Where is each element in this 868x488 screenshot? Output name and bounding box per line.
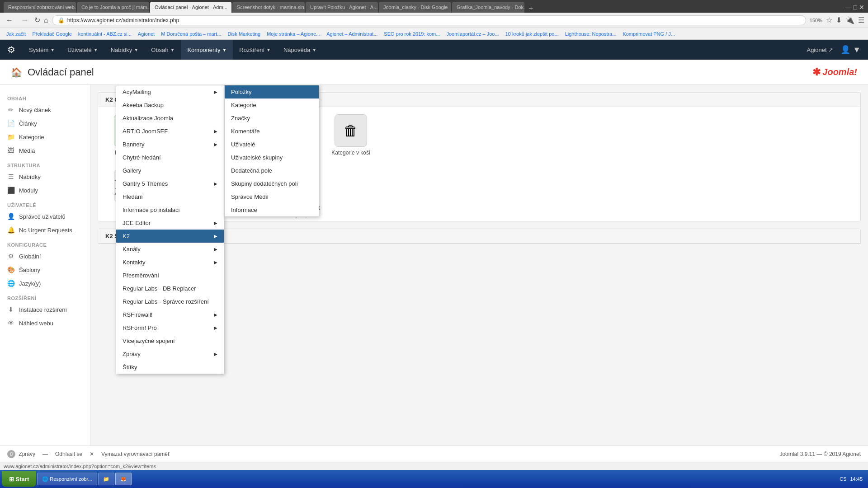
menu-item-akeeba[interactable]: Akeeba Backup <box>116 99 224 112</box>
home-button[interactable]: ⌂ <box>44 16 48 24</box>
sidebar-item-nabidky[interactable]: ☰Nabídky <box>0 170 90 183</box>
bookmark-star[interactable]: ☆ <box>826 16 832 24</box>
k2-submenu-uzivatelske-skupiny[interactable]: Uživatelské skupiny <box>225 151 319 164</box>
tab-1[interactable]: Responzivní zobrazování web... <box>4 2 76 13</box>
sidebar-item-kategorie[interactable]: 📁Kategorie <box>0 130 90 144</box>
menu-item-bannery[interactable]: Bannery ▶ <box>116 138 224 151</box>
menu-item-gallery[interactable]: Gallery <box>116 164 224 177</box>
k2-submenu-kategorie[interactable]: Kategorie <box>225 99 319 112</box>
extensions-button[interactable]: 🔌 <box>845 16 854 24</box>
bookmark-abz[interactable]: kontinuální - ABZ.cz si... <box>75 30 134 38</box>
sidebar: OBSAH ✏Nový článek 📄Články 📁Kategorie 🖼M… <box>0 85 90 446</box>
sidebar-item-moduly[interactable]: ⬛Moduly <box>0 183 90 197</box>
taskbar-explorer[interactable]: 📁 <box>98 473 114 485</box>
nav-rozsireni[interactable]: Rozšíření ▼ <box>233 40 277 60</box>
bookmark-joomla-portal[interactable]: Joomlaportál.cz – Joo... <box>443 30 501 38</box>
sidebar-section-konfigurace-title: KONFIGURACE <box>0 237 90 249</box>
menu-item-jce[interactable]: JCE Editor ▶ <box>116 216 224 230</box>
close-button[interactable]: ✕ <box>859 4 864 11</box>
menu-item-regular-spravce[interactable]: Regular Labs - Správce rozšíření <box>116 295 224 308</box>
browser-tab-bar: Responzivní zobrazování web... Co je to … <box>0 0 868 13</box>
k2-submenu-komentare[interactable]: Komentáře <box>225 125 319 138</box>
menu-item-regular-db[interactable]: Regular Labs - DB Replacer <box>116 282 224 295</box>
bookmark-moje-stranka[interactable]: Moje stránka – Agione... <box>264 30 323 38</box>
nav-uzivatele[interactable]: Uživatelé ▼ <box>61 40 104 60</box>
menu-item-kontakty[interactable]: Kontakty ▶ <box>116 256 224 269</box>
k2-submenu-uzivatele[interactable]: Uživatelé <box>225 138 319 151</box>
menu-item-kanaly[interactable]: Kanály ▶ <box>116 243 224 256</box>
settings-button[interactable]: ☰ <box>858 16 864 24</box>
nav-komponenty[interactable]: Komponenty ▼ <box>181 40 233 60</box>
agionet-link[interactable]: Agionet ↗ <box>807 47 833 53</box>
menu-item-stitky[interactable]: Štítky <box>116 361 224 374</box>
menu-item-rsfirewall[interactable]: RSFirewall! ▶ <box>116 308 224 321</box>
menu-item-presmerovani[interactable]: Přesměrování <box>116 269 224 282</box>
maximize-button[interactable]: □ <box>854 4 857 11</box>
menu-item-vicejazykove[interactable]: Vícejazyčné spojení <box>116 334 224 347</box>
tab-2[interactable]: Co je to Joomla a proč ji mám... <box>77 2 149 13</box>
k2-submenu-polozky[interactable]: Položky <box>225 85 319 99</box>
bookmark-prekladac[interactable]: Překladač Google <box>29 30 74 38</box>
start-button[interactable]: ⊞ Start <box>2 471 36 487</box>
k2-submenu-informace[interactable]: Informace <box>225 203 319 216</box>
taskbar-ie[interactable]: 🌐 Responzivní zobr... <box>37 473 97 485</box>
new-tab-button[interactable]: + <box>525 5 537 13</box>
sidebar-item-spravce-uzivatelu[interactable]: 👤Správce uživatelů <box>0 210 90 223</box>
tab-3-active[interactable]: Ovládací panel - Agionet - Adm... <box>150 2 231 13</box>
bookmark-jak-zacit[interactable]: Jak začít <box>4 30 28 38</box>
sidebar-item-clanky[interactable]: 📄Články <box>0 117 90 130</box>
sidebar-item-no-urgent[interactable]: 🔔No Urgent Requests. <box>0 223 90 237</box>
reload-button[interactable]: ↻ <box>34 16 40 24</box>
bookmark-compress[interactable]: Komprimovat PNG / J... <box>620 30 678 38</box>
taskbar-firefox[interactable]: 🦊 <box>115 473 132 485</box>
k2-submenu-spravce-medii[interactable]: Správce Médií <box>225 190 319 203</box>
back-button[interactable]: ← <box>4 15 15 25</box>
downloads-button[interactable]: ⬇ <box>836 16 842 24</box>
sidebar-item-nahled-webu[interactable]: 👁Náhled webu <box>0 316 90 330</box>
sidebar-item-sablony[interactable]: 🎨Šablony <box>0 263 90 277</box>
messages-badge[interactable]: 0 Zprávy <box>7 450 35 458</box>
joomla-brand: ✱ Joomla! <box>812 66 857 78</box>
tab-5[interactable]: Upravit Položku - Agionet - A... <box>306 2 378 13</box>
menu-item-hledani[interactable]: Hledání <box>116 190 224 203</box>
menu-item-informace[interactable]: Informace po instalaci <box>116 203 224 216</box>
menu-item-zpravy[interactable]: Zprávy ▶ <box>116 347 224 361</box>
menu-item-rsform[interactable]: RSForm! Pro ▶ <box>116 321 224 334</box>
k2-icon-kategorie-kos[interactable]: 🗑 Kategorie v koši <box>326 114 376 162</box>
nav-systeme[interactable]: Systém ▼ <box>23 40 61 60</box>
bookmark-10-kroku[interactable]: 10 kroků jak zlepšit po... <box>503 30 561 38</box>
menu-item-aktualizace[interactable]: Aktualizace Joomla <box>116 112 224 125</box>
sidebar-item-novy-clanek[interactable]: ✏Nový článek <box>0 103 90 117</box>
k2-submenu-dodatecna-pole[interactable]: Dodatečná pole <box>225 164 319 177</box>
bookmark-mail[interactable]: M Doručená pošta – mart... <box>158 30 224 38</box>
sidebar-item-media[interactable]: 🖼Média <box>0 144 90 157</box>
forward-button[interactable]: → <box>19 15 31 25</box>
bookmark-agionet[interactable]: Agionet <box>135 30 157 38</box>
nav-nabidky[interactable]: Nabídky ▼ <box>104 40 145 60</box>
menu-item-chytre-hledani[interactable]: Chytré hledání <box>116 151 224 164</box>
sidebar-item-jazyky[interactable]: 🌐Jazyk(y) <box>0 277 90 290</box>
k2-submenu-znacky[interactable]: Značky <box>225 112 319 125</box>
logout-link[interactable]: Odhlásit se <box>55 451 82 457</box>
user-icon[interactable]: 👤 ▼ <box>840 45 861 55</box>
tab-6[interactable]: Joomla_clanky - Disk Google <box>379 2 451 13</box>
menu-item-k2[interactable]: K2 ▶ <box>116 230 224 243</box>
bookmark-seo[interactable]: SEO pro rok 2019: kom... <box>381 30 443 38</box>
bookmark-lighthouse[interactable]: Lighthouse: Nepostra... <box>562 30 619 38</box>
menu-item-artio[interactable]: ARTIO JoomSEF ▶ <box>116 125 224 138</box>
tab-7[interactable]: Grafika_Joomla_navody - Dok... <box>452 2 524 13</box>
sidebar-item-globalni[interactable]: ⚙Globální <box>0 249 90 263</box>
bookmark-agionet-admin[interactable]: Agionet – Administrat... <box>324 30 380 38</box>
menu-item-gantry[interactable]: Gantry 5 Themes ▶ <box>116 177 224 190</box>
menu-item-acymailing[interactable]: AcyMailing ▶ <box>116 85 224 99</box>
url-bar[interactable]: 🔒 https://www.agionet.cz/administrator/i… <box>52 15 806 25</box>
nav-napoveda[interactable]: Nápověda ▼ <box>277 40 323 60</box>
systray-lang: CS <box>840 476 846 482</box>
minimize-button[interactable]: — <box>845 4 852 11</box>
k2-submenu-skupiny-dodatecnych-poli[interactable]: Skupiny dodatečných polí <box>225 177 319 190</box>
tab-4[interactable]: Screenshot dotyk - martina.sin... <box>232 2 305 13</box>
nav-obsah[interactable]: Obsah ▼ <box>145 40 181 60</box>
sidebar-item-instalace-rozsireni[interactable]: ⬇Instalace rozšíření <box>0 303 90 316</box>
clear-cache-link[interactable]: Vymazat vyrovnávací paměť <box>101 451 170 457</box>
bookmark-disk-marketing[interactable]: Disk Marketing <box>225 30 263 38</box>
